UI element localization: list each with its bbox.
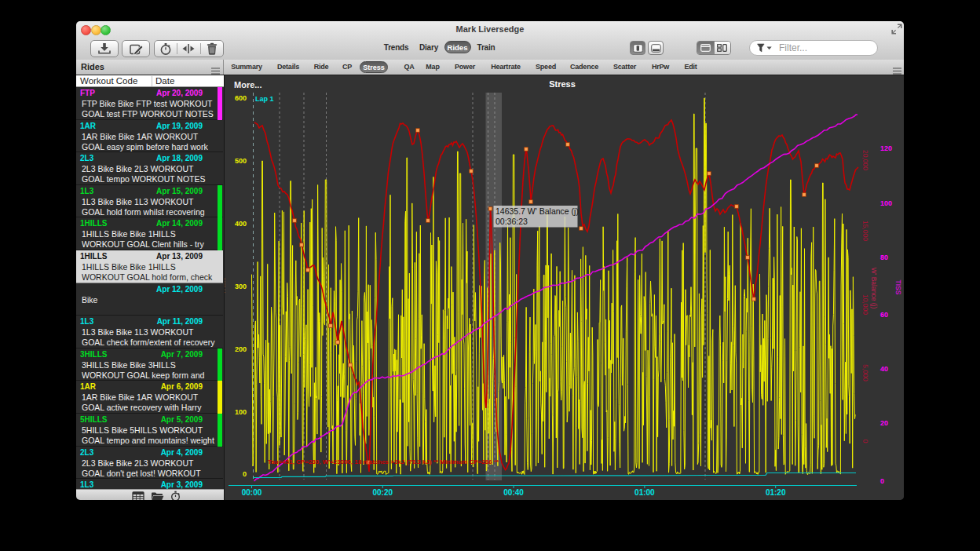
svg-text:01:00: 01:00	[634, 488, 655, 497]
svg-text:20,000: 20,000	[861, 150, 869, 170]
svg-text:14635.7 W' Balance (j): 14635.7 W' Balance (j)	[495, 206, 579, 216]
svg-text:0: 0	[880, 477, 884, 485]
svg-text:20: 20	[880, 419, 888, 427]
svg-text:60: 60	[880, 311, 888, 319]
svg-text:00:00: 00:00	[242, 488, 262, 497]
svg-text:More...: More...	[234, 80, 261, 89]
svg-text:00:40: 00:40	[503, 488, 524, 497]
svg-text:100: 100	[880, 199, 892, 207]
svg-text:400: 400	[235, 220, 247, 228]
svg-text:W' Balance (j): W' Balance (j)	[870, 268, 878, 309]
svg-text:15,000: 15,000	[861, 221, 869, 241]
svg-text:10,000: 10,000	[861, 294, 869, 315]
svg-text:5,000: 5,000	[861, 364, 869, 381]
svg-text:00:20: 00:20	[373, 488, 393, 497]
svg-text:300: 300	[235, 283, 247, 290]
svg-text:80: 80	[880, 254, 888, 261]
svg-text:Watts: Watts	[225, 277, 226, 294]
svg-text:Stress: Stress	[549, 79, 576, 89]
svg-text:TISS: TISS	[894, 280, 902, 295]
svg-text:00:36:23: 00:36:23	[495, 217, 528, 226]
svg-text:100: 100	[235, 408, 247, 416]
svg-text:40: 40	[880, 365, 888, 373]
svg-text:01:20: 01:20	[766, 488, 786, 497]
svg-text:120: 120	[880, 144, 892, 152]
svg-text:0: 0	[861, 440, 869, 443]
svg-text:Tau=451, CP=280, W'=23000, 18: Tau=451, CP=280, W'=23000, 18 matches >2…	[268, 458, 499, 465]
svg-text:0: 0	[243, 470, 247, 478]
svg-text:200: 200	[235, 345, 247, 353]
svg-text:600: 600	[235, 94, 247, 102]
svg-text:Lap 1: Lap 1	[255, 95, 274, 103]
svg-text:500: 500	[235, 157, 247, 165]
